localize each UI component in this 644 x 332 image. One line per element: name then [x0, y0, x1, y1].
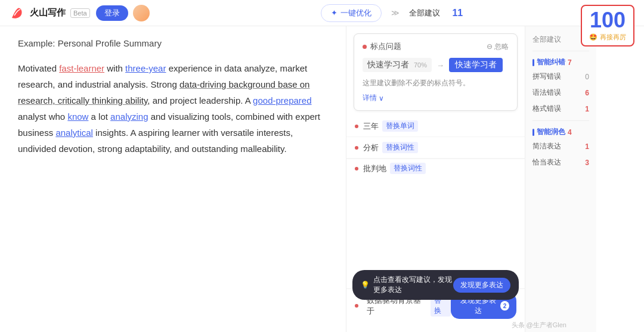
original-score: 70% — [414, 61, 427, 69]
list-text: 三年 — [363, 121, 379, 132]
list-dot — [355, 146, 358, 150]
sidebar-divider — [532, 51, 589, 51]
text-motivated: Motivated — [18, 63, 59, 73]
nav-center: ✦ 一键优化 ≫ 全部建议 11 — [150, 4, 634, 22]
list-item[interactable]: 批判地 替换词性 — [346, 159, 525, 178]
logo-area: 火山写作 Beta — [10, 5, 90, 21]
text-analyzing[interactable]: analyzing — [110, 111, 148, 122]
ignore-icon: ⊖ — [487, 42, 493, 51]
optimize-icon: ✦ — [331, 8, 338, 17]
discover-count: 2 — [500, 301, 509, 311]
list-dot — [355, 125, 358, 128]
detail-button[interactable]: 详情 ∨ — [363, 93, 509, 103]
sidebar-category-correction[interactable]: 智能纠错 7 — [525, 55, 596, 69]
text-with: with — [104, 63, 125, 73]
concise-count: 1 — [585, 142, 589, 151]
category-bar — [532, 59, 534, 66]
suggestion-card: 标点问题 ⊖ 忽略 快速学习者 70% → 快速学习者 这里建议删除不必要的标点… — [354, 33, 518, 111]
app-name: 火山写作 — [30, 7, 66, 18]
list-action[interactable]: 替换单词 — [382, 120, 418, 132]
beta-badge: Beta — [70, 8, 90, 18]
suggestion-row: 快速学习者 70% → 快速学习者 — [363, 58, 509, 72]
suggestions-panel: 标点问题 ⊖ 忽略 快速学习者 70% → 快速学习者 这里建议删除不必要的标点… — [346, 26, 525, 332]
list-action[interactable]: 替换词性 — [382, 142, 418, 153]
original-word: 快速学习者 70% — [363, 58, 432, 72]
text-and: , and project leadership. A — [147, 95, 253, 106]
arrow-icon: → — [436, 61, 444, 70]
spelling-label: 拼写错误 — [532, 72, 561, 82]
text-alot: a lot — [88, 111, 110, 122]
suggestions-count: 11 — [452, 8, 463, 18]
all-suggestions-label: 全部建议 — [532, 35, 561, 45]
suggested-word[interactable]: 快速学习者 — [449, 58, 503, 72]
avatar[interactable] — [133, 5, 150, 21]
main-content: Example: Personal Profile Summary Motiva… — [0, 26, 644, 332]
ignore-button[interactable]: ⊖ 忽略 — [487, 42, 509, 52]
text-analytical[interactable]: analytical — [55, 128, 93, 138]
sidebar-item-grammar[interactable]: 语法错误 6 — [525, 85, 596, 101]
editor-area: Example: Personal Profile Summary Motiva… — [0, 26, 346, 332]
list-action[interactable]: 替换词性 — [390, 163, 426, 174]
sidebar-item-spelling[interactable]: 拼写错误 0 — [525, 69, 596, 85]
format-count: 1 — [585, 105, 589, 113]
list-dot — [355, 304, 358, 308]
card-dot — [363, 45, 367, 49]
category-count: 7 — [568, 58, 572, 67]
score-box: 100 🤩 再接再厉 — [581, 5, 634, 46]
optimize-button[interactable]: ✦ 一键优化 — [321, 4, 382, 22]
score-label: 🤩 再接再厉 — [589, 33, 626, 42]
list-text: 分析 — [363, 142, 379, 153]
optimize-label: 一键优化 — [340, 8, 371, 18]
doc-title: Example: Personal Profile Summary — [18, 38, 328, 48]
grammar-count: 6 — [585, 89, 589, 97]
polish-label: 智能润色 — [537, 127, 565, 137]
original-text: 快速学习者 — [367, 60, 409, 69]
login-button[interactable]: 登录 — [96, 5, 128, 21]
text-know[interactable]: know — [67, 111, 88, 122]
suggestions-label: 全部建议 — [409, 8, 440, 18]
chevron-double-icon: ≫ — [391, 8, 400, 17]
grammar-label: 语法错误 — [532, 88, 561, 98]
concise-label: 简洁表达 — [532, 141, 561, 151]
appropriate-count: 3 — [585, 159, 589, 167]
tooltip-message: 点击查看改写建议，发现更多表达 — [373, 275, 453, 295]
card-header: 标点问题 ⊖ 忽略 — [363, 41, 509, 52]
tooltip-action-button[interactable]: 发现更多表达 — [453, 278, 510, 293]
logo-icon — [10, 5, 26, 21]
spelling-count: 0 — [585, 73, 589, 81]
category-bar2 — [532, 129, 534, 136]
right-sidebar: 全部建议 11 智能纠错 7 拼写错误 0 语法错误 6 格式错误 1 智能润色… — [525, 26, 596, 332]
watermark: 头条 @生产者Glen — [512, 321, 566, 330]
top-nav: 火山写作 Beta 登录 ✦ 一键优化 ≫ 全部建议 11 100 🤩 再接再厉 — [0, 0, 644, 26]
sidebar-item-concise[interactable]: 简洁表达 1 — [525, 138, 596, 154]
detail-label: 详情 — [363, 93, 377, 103]
sidebar-category-polish[interactable]: 智能润色 4 — [525, 125, 596, 138]
text-three-year[interactable]: three-year — [125, 63, 166, 73]
sidebar-divider2 — [532, 120, 589, 121]
format-label: 格式错误 — [532, 104, 561, 114]
chevron-icon: ∨ — [379, 94, 384, 103]
doc-body: Motivated fast-learner with three-year e… — [18, 60, 328, 157]
tooltip-text: 💡 点击查看改写建议，发现更多表达 — [361, 275, 453, 295]
list-item[interactable]: 三年 替换单词 — [346, 116, 525, 137]
list-text: 批判地 — [363, 163, 386, 174]
category-label: 智能纠错 — [537, 57, 565, 67]
polish-count: 4 — [568, 128, 572, 136]
card-type: 标点问题 — [370, 41, 401, 52]
list-item[interactable]: 分析 替换词性 — [346, 137, 525, 159]
card-desc: 这里建议删除不必要的标点符号。 — [363, 78, 509, 88]
text-analyst: analyst who — [18, 111, 67, 122]
appropriate-label: 恰当表达 — [532, 157, 561, 167]
sidebar-item-appropriate[interactable]: 恰当表达 3 — [525, 154, 596, 170]
bulb-icon: 💡 — [361, 281, 370, 289]
score-value: 100 — [590, 10, 626, 31]
text-fast-learner[interactable]: fast-learner — [59, 63, 104, 73]
text-good-prepared[interactable]: good-prepared — [253, 95, 311, 106]
list-dot — [355, 167, 358, 170]
tooltip-bar: 💡 点击查看改写建议，发现更多表达 发现更多表达 — [352, 270, 519, 300]
sidebar-item-format[interactable]: 格式错误 1 — [525, 101, 596, 117]
ignore-label: 忽略 — [494, 42, 509, 52]
